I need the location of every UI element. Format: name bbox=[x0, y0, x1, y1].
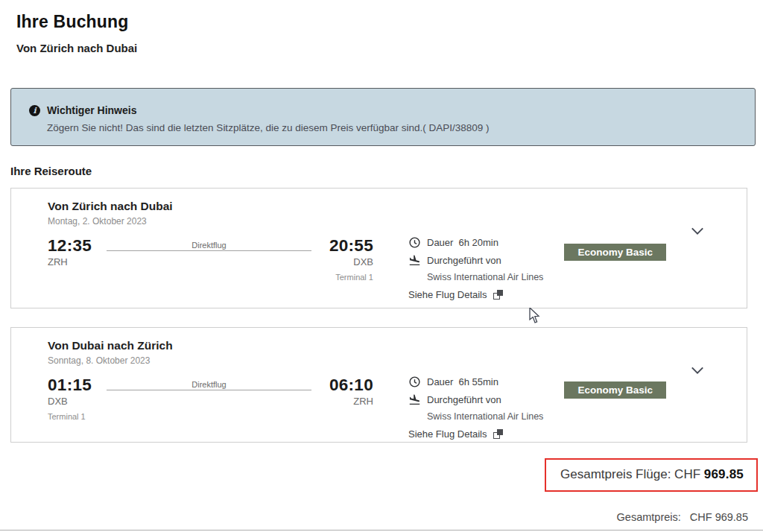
grand-total-label: Gesamtpreis: bbox=[617, 511, 681, 523]
booking-page: Ihre Buchung Von Zürich nach Dubai i Wic… bbox=[0, 0, 763, 532]
stops-label: Direktflug bbox=[107, 380, 311, 389]
plane-landing-icon bbox=[408, 393, 421, 406]
flights-total-currency: CHF bbox=[674, 467, 700, 481]
departure-airport-code: DXB bbox=[48, 396, 97, 407]
notice-title: Wichtiger Hinweis bbox=[47, 104, 136, 116]
chevron-down-icon bbox=[689, 364, 706, 377]
grand-total-value: CHF 969.85 bbox=[690, 511, 748, 523]
expand-flight-button[interactable] bbox=[689, 224, 706, 238]
stops-label: Direktflug bbox=[107, 241, 311, 250]
clock-icon bbox=[408, 376, 421, 388]
flight-card-return: Von Dubai nach Zürich Sonntag, 8. Oktobe… bbox=[10, 327, 747, 443]
flight-path-line bbox=[107, 250, 311, 251]
duration-label: Dauer bbox=[427, 376, 453, 387]
plane-landing-icon bbox=[408, 254, 421, 267]
notice-title-row: i Wichtiger Hinweis bbox=[29, 104, 740, 116]
duration-value: 6h 55min bbox=[458, 376, 498, 387]
flight-card-date: Sonntag, 8. Oktober 2023 bbox=[48, 355, 747, 366]
flight-card-title: Von Dubai nach Zürich bbox=[48, 339, 747, 352]
arrival-terminal: Terminal 1 bbox=[321, 273, 373, 282]
operated-by-row: Durchgeführt von bbox=[408, 393, 580, 406]
carrier-name: Swiss International Air Lines bbox=[427, 272, 580, 282]
page-title: Ihre Buchung bbox=[16, 12, 763, 32]
operated-by-label: Durchgeführt von bbox=[427, 394, 501, 405]
arrival-endpoint: 06:10 ZRH bbox=[321, 376, 373, 421]
operated-by-row: Durchgeführt von bbox=[408, 254, 580, 267]
flight-times: 12:35 ZRH Direktflug 20:55 DXB Terminal … bbox=[48, 236, 373, 282]
flight-path-line bbox=[107, 390, 311, 390]
flight-details-link-label[interactable]: Siehe Flug Details bbox=[408, 428, 487, 440]
flight-path: Direktflug bbox=[107, 236, 311, 282]
flight-details: Dauer 6h 20min Durchgeführt von Swiss In… bbox=[408, 236, 580, 300]
flight-times: 01:15 DXB Terminal 1 Direktflug 06:10 ZR… bbox=[48, 376, 373, 421]
duration-label: Dauer bbox=[427, 237, 453, 248]
open-details-icon[interactable] bbox=[493, 429, 503, 439]
flight-path: Direktflug bbox=[107, 376, 311, 421]
flight-details-link[interactable]: Siehe Flug Details bbox=[408, 428, 580, 440]
flight-details: Dauer 6h 55min Durchgeführt von Swiss In… bbox=[408, 376, 580, 440]
important-notice-banner: i Wichtiger Hinweis Zögern Sie nicht! Da… bbox=[10, 88, 756, 146]
duration-value: 6h 20min bbox=[458, 237, 498, 248]
operated-by-label: Durchgeführt von bbox=[427, 255, 501, 266]
page-subtitle: Von Zürich nach Dubai bbox=[16, 42, 763, 54]
arrival-endpoint: 20:55 DXB Terminal 1 bbox=[321, 236, 373, 282]
departure-terminal: Terminal 1 bbox=[48, 412, 97, 421]
bottom-divider bbox=[0, 530, 763, 531]
chevron-down-icon bbox=[689, 224, 706, 238]
duration-row: Dauer 6h 55min bbox=[408, 376, 580, 388]
grand-total: Gesamtpreis: CHF 969.85 bbox=[0, 511, 748, 523]
departure-time: 12:35 bbox=[48, 236, 97, 256]
fare-badge[interactable]: Economy Basic bbox=[564, 244, 666, 261]
departure-airport-code: ZRH bbox=[48, 256, 97, 267]
flight-card-outbound: Von Zürich nach Dubai Montag, 2. Oktober… bbox=[10, 188, 747, 308]
departure-endpoint: 12:35 ZRH bbox=[48, 236, 97, 282]
flight-details-link-label[interactable]: Siehe Flug Details bbox=[408, 289, 487, 300]
flight-details-link[interactable]: Siehe Flug Details bbox=[408, 289, 580, 300]
arrival-airport-code: DXB bbox=[321, 256, 373, 267]
notice-body: Zögern Sie nicht! Das sind die letzten S… bbox=[47, 122, 740, 133]
itinerary-heading: Ihre Reiseroute bbox=[10, 165, 763, 177]
expand-flight-button[interactable] bbox=[689, 364, 706, 377]
flights-total-label: Gesamtpreis Flüge: bbox=[560, 467, 671, 481]
duration-row: Dauer 6h 20min bbox=[408, 236, 580, 249]
flights-total-wrap: Gesamtpreis Flüge: CHF 969.85 bbox=[0, 458, 758, 492]
carrier-name: Swiss International Air Lines bbox=[427, 411, 580, 422]
clock-icon bbox=[408, 236, 421, 249]
flights-total-box: Gesamtpreis Flüge: CHF 969.85 bbox=[545, 458, 758, 492]
page-header: Ihre Buchung Von Zürich nach Dubai bbox=[0, 0, 763, 54]
departure-time: 01:15 bbox=[48, 376, 97, 395]
departure-endpoint: 01:15 DXB Terminal 1 bbox=[48, 376, 97, 421]
open-details-icon[interactable] bbox=[493, 290, 503, 300]
mouse-cursor bbox=[529, 308, 540, 324]
flights-total-amount: 969.85 bbox=[704, 467, 744, 481]
flight-card-title: Von Zürich nach Dubai bbox=[48, 200, 747, 213]
info-icon: i bbox=[29, 105, 40, 116]
fare-badge[interactable]: Economy Basic bbox=[564, 381, 666, 399]
arrival-time: 06:10 bbox=[321, 376, 373, 395]
flight-card-date: Montag, 2. Oktober 2023 bbox=[48, 216, 747, 227]
arrival-time: 20:55 bbox=[321, 236, 373, 256]
arrival-airport-code: ZRH bbox=[321, 396, 373, 407]
